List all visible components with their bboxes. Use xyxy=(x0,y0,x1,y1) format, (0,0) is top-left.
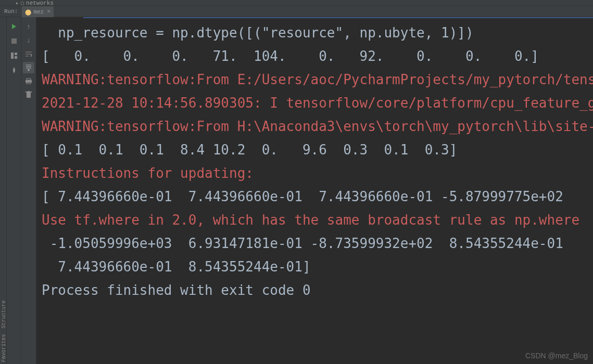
selection-highlight xyxy=(83,17,593,18)
console-line: -1.05059996e+03 6.93147181e-01 -8.735999… xyxy=(42,232,588,255)
python-file-icon: ⬤ xyxy=(25,9,31,16)
main-area: Structure Favorites ↑ ↓ xyxy=(0,17,593,364)
svg-rect-8 xyxy=(26,92,32,93)
project-tree-row: ▸ ▢ networks xyxy=(0,0,593,6)
close-icon[interactable]: × xyxy=(47,8,51,16)
down-arrow-icon[interactable]: ↓ xyxy=(23,35,34,46)
console-line: 2021-12-28 10:14:56.890305: I tensorflow… xyxy=(42,92,588,115)
run-actions-gutter xyxy=(7,17,21,364)
console-line: Instructions for updating: xyxy=(42,162,588,185)
console-line: Process finished with exit code 0 xyxy=(42,279,588,302)
svg-rect-9 xyxy=(28,91,30,92)
svg-rect-3 xyxy=(15,56,17,59)
stop-icon[interactable] xyxy=(9,36,19,46)
folder-icon: ▢ xyxy=(21,0,24,6)
console-line: [ 0.1 0.1 0.1 8.4 10.2 0. 9.6 0.3 0.1 0.… xyxy=(42,138,588,162)
console-line: WARNING:tensorflow:From E:/Users/aoc/Pyc… xyxy=(42,68,588,92)
project-item-label[interactable]: networks xyxy=(26,0,54,6)
svg-rect-0 xyxy=(11,38,17,44)
soft-wrap-icon[interactable] xyxy=(23,48,34,60)
trash-icon[interactable] xyxy=(23,89,34,100)
console-output[interactable]: np_resource = np.dtype([("resource", np.… xyxy=(36,17,593,364)
run-tool-window-header: Run: ⬤ mez × xyxy=(0,6,593,17)
run-label: Run: xyxy=(0,8,22,15)
expand-icon[interactable]: ▸ xyxy=(16,0,19,6)
tool-window-stripe: Structure Favorites xyxy=(0,17,7,364)
console-line: np_resource = np.dtype([("resource", np.… xyxy=(42,21,588,45)
favorites-tool-button[interactable]: Favorites xyxy=(1,334,7,362)
watermark: CSDN @mez_Blog xyxy=(525,352,588,360)
console-line: [ 0. 0. 0. 71. 104. 0. 92. 0. 0. 0.] xyxy=(42,45,588,68)
svg-rect-1 xyxy=(11,53,14,59)
pin-icon[interactable] xyxy=(9,65,19,75)
rerun-icon[interactable] xyxy=(9,21,19,32)
console-line: [ 7.44396660e-01 7.44396660e-01 7.443966… xyxy=(42,185,588,209)
run-tab[interactable]: ⬤ mez × xyxy=(22,6,54,17)
scroll-to-end-icon[interactable] xyxy=(23,62,34,73)
svg-rect-2 xyxy=(15,53,17,55)
svg-rect-6 xyxy=(27,82,31,84)
print-icon[interactable] xyxy=(23,75,34,87)
svg-rect-7 xyxy=(27,93,31,98)
console-line: 7.44396660e-01 8.54355244e-01] xyxy=(42,255,588,279)
svg-rect-4 xyxy=(27,79,31,80)
console-actions-gutter: ↑ ↓ xyxy=(21,17,36,364)
console-line: Use tf.where in 2.0, which has the same … xyxy=(42,209,588,232)
structure-tool-button[interactable]: Structure xyxy=(1,300,7,328)
console-line: WARNING:tensorflow:From H:\Anaconda3\env… xyxy=(42,115,588,138)
layout-icon[interactable] xyxy=(9,50,19,61)
tab-label: mez xyxy=(33,9,44,15)
up-arrow-icon[interactable]: ↑ xyxy=(23,21,34,33)
